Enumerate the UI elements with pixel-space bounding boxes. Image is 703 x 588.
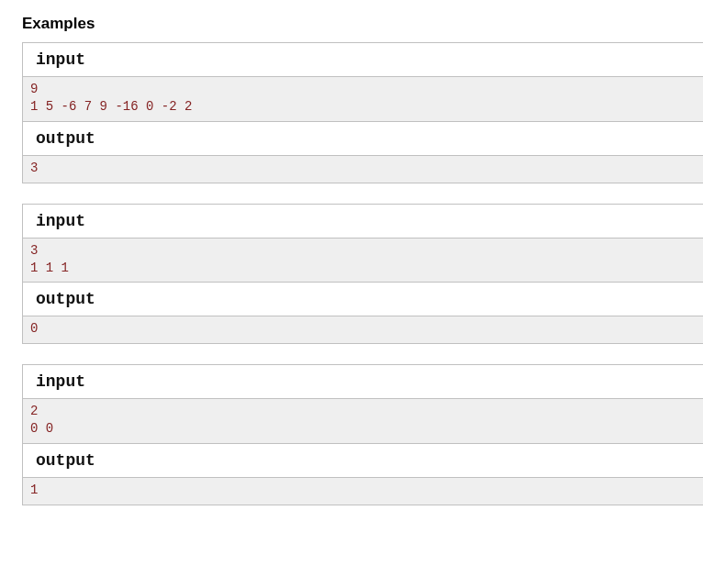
- output-content: 1: [22, 478, 703, 505]
- example-block: input 9 1 5 -6 7 9 -16 0 -2 2 output 3: [22, 42, 703, 183]
- input-content: 9 1 5 -6 7 9 -16 0 -2 2: [22, 77, 703, 122]
- output-content: 0: [22, 316, 703, 344]
- input-label: input: [22, 204, 703, 239]
- output-label: output: [22, 444, 703, 478]
- example-block: input 3 1 1 1 output 0: [22, 204, 703, 345]
- examples-heading: Examples: [22, 15, 703, 33]
- output-label: output: [22, 122, 703, 156]
- input-label: input: [22, 42, 703, 77]
- output-content: 3: [22, 156, 703, 183]
- input-content: 2 0 0: [22, 399, 703, 444]
- output-label: output: [22, 283, 703, 316]
- input-content: 3 1 1 1: [22, 239, 703, 283]
- input-label: input: [22, 364, 703, 399]
- example-block: input 2 0 0 output 1: [22, 364, 703, 505]
